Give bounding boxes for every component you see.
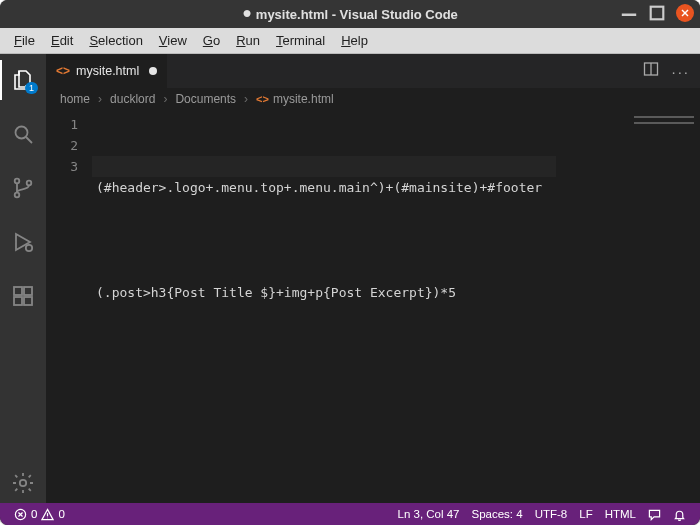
unsaved-indicator: ● xyxy=(242,5,252,21)
activity-source-control[interactable] xyxy=(0,168,46,208)
minimize-icon xyxy=(620,4,638,22)
gear-icon xyxy=(11,471,35,495)
tab-bar: <> mysite.html ··· xyxy=(46,54,700,88)
status-problems[interactable]: 0 0 xyxy=(8,503,71,525)
editor-area: <> mysite.html ··· home › ducklord › Doc… xyxy=(46,54,700,503)
svg-rect-1 xyxy=(651,7,664,20)
svg-point-8 xyxy=(27,181,32,186)
svg-rect-13 xyxy=(24,297,32,305)
app-window: ● mysite.html - Visual Studio Code File … xyxy=(0,0,700,525)
warning-icon xyxy=(41,508,54,521)
menu-bar: File Edit Selection View Go Run Terminal… xyxy=(0,28,700,54)
error-icon xyxy=(14,508,27,521)
chevron-right-icon: › xyxy=(98,92,102,106)
svg-line-5 xyxy=(26,137,32,143)
svg-point-10 xyxy=(26,245,32,251)
code-editor[interactable]: 1 2 3 (#header>.logo+.menu.top+.menu.mai… xyxy=(46,110,700,503)
status-indent[interactable]: Spaces: 4 xyxy=(466,508,529,520)
window-maximize-button[interactable] xyxy=(648,4,666,22)
window-close-button[interactable] xyxy=(676,4,694,22)
tab-filename: mysite.html xyxy=(76,64,139,78)
activity-search[interactable] xyxy=(0,114,46,154)
feedback-icon xyxy=(648,508,661,521)
split-editor-button[interactable] xyxy=(643,61,659,81)
breadcrumb[interactable]: home › ducklord › Documents › <> mysite.… xyxy=(46,88,700,110)
menu-go[interactable]: Go xyxy=(195,31,228,50)
menu-selection[interactable]: Selection xyxy=(81,31,150,50)
svg-rect-11 xyxy=(14,287,22,295)
play-bug-icon xyxy=(11,230,35,254)
minimap[interactable] xyxy=(628,110,700,503)
extensions-icon xyxy=(11,284,35,308)
svg-point-6 xyxy=(15,179,20,184)
svg-point-7 xyxy=(15,193,20,198)
activity-extensions[interactable] xyxy=(0,276,46,316)
status-bar: 0 0 Ln 3, Col 47 Spaces: 4 UTF-8 LF HTML xyxy=(0,503,700,525)
window-minimize-button[interactable] xyxy=(620,4,638,22)
svg-point-15 xyxy=(20,480,26,486)
svg-rect-14 xyxy=(24,287,32,295)
status-cursor[interactable]: Ln 3, Col 47 xyxy=(392,508,466,520)
code-line[interactable]: (#header>.logo+.menu.top+.menu.main^)+(#… xyxy=(96,177,628,198)
split-icon xyxy=(643,61,659,77)
crumb-user[interactable]: ducklord xyxy=(110,92,155,106)
tab-mysite[interactable]: <> mysite.html xyxy=(46,54,168,88)
crumb-folder[interactable]: Documents xyxy=(175,92,236,106)
editor-more-button[interactable]: ··· xyxy=(671,63,690,80)
title-bar: ● mysite.html - Visual Studio Code xyxy=(0,0,700,28)
search-icon xyxy=(11,122,35,146)
html-file-icon: <> xyxy=(56,64,70,78)
tab-dirty-indicator xyxy=(149,67,157,75)
crumb-file[interactable]: mysite.html xyxy=(273,92,334,106)
window-title: mysite.html - Visual Studio Code xyxy=(256,7,458,22)
svg-marker-9 xyxy=(16,234,30,250)
crumb-home[interactable]: home xyxy=(60,92,90,106)
maximize-icon xyxy=(648,4,666,22)
status-eol[interactable]: LF xyxy=(573,508,598,520)
activity-bar: 1 xyxy=(0,54,46,503)
branch-icon xyxy=(11,176,35,200)
activity-explorer[interactable]: 1 xyxy=(0,60,46,100)
explorer-badge: 1 xyxy=(25,82,38,94)
chevron-right-icon: › xyxy=(163,92,167,106)
menu-terminal[interactable]: Terminal xyxy=(268,31,333,50)
svg-point-4 xyxy=(16,127,28,139)
menu-run[interactable]: Run xyxy=(228,31,268,50)
status-language[interactable]: HTML xyxy=(599,508,642,520)
close-icon xyxy=(680,8,690,18)
menu-file[interactable]: File xyxy=(6,31,43,50)
code-line[interactable]: (.post>h3{Post Title $}+img+p{Post Excer… xyxy=(96,282,628,303)
line-numbers: 1 2 3 xyxy=(46,110,92,503)
status-encoding[interactable]: UTF-8 xyxy=(529,508,574,520)
activity-run-debug[interactable] xyxy=(0,222,46,262)
svg-rect-12 xyxy=(14,297,22,305)
chevron-right-icon: › xyxy=(244,92,248,106)
menu-help[interactable]: Help xyxy=(333,31,376,50)
status-feedback[interactable] xyxy=(642,508,667,521)
status-notifications[interactable] xyxy=(667,508,692,521)
menu-edit[interactable]: Edit xyxy=(43,31,81,50)
bell-icon xyxy=(673,508,686,521)
activity-settings[interactable] xyxy=(0,463,46,503)
menu-view[interactable]: View xyxy=(151,31,195,50)
html-file-icon: <> xyxy=(256,93,269,105)
